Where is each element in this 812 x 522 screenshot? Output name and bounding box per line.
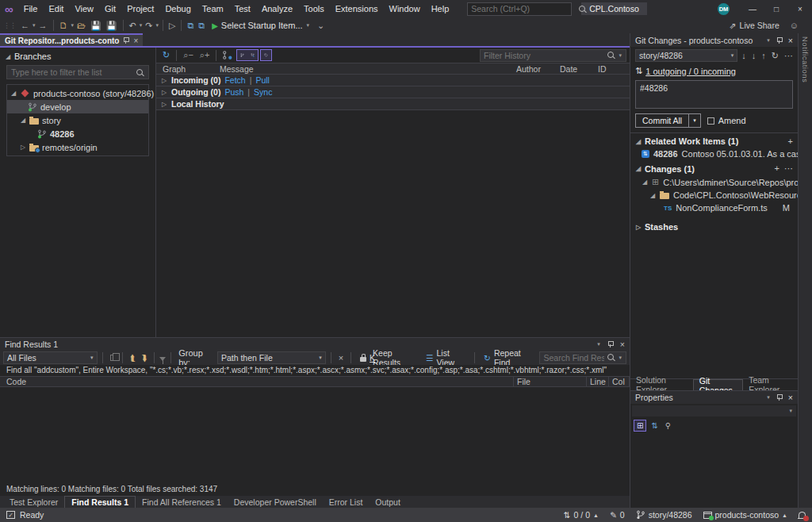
- window-position-dropdown-icon[interactable]: ▾: [596, 341, 601, 347]
- changes-more-actions-icon[interactable]: ⋯: [784, 163, 793, 174]
- column-message[interactable]: Message: [220, 64, 516, 74]
- expander-icon[interactable]: ◢: [642, 178, 648, 186]
- changes-repo-row[interactable]: ◢ ⊞ C:\Users\dminer\Source\Repos\produc.…: [630, 175, 798, 189]
- collapse-all-icon[interactable]: ⮬: [128, 350, 138, 366]
- categorized-view-icon[interactable]: ⊞: [634, 420, 646, 432]
- start-debugging-button[interactable]: ▶ Select Startup Item... ▾: [207, 21, 315, 30]
- tree-item-48286[interactable]: 48286: [7, 127, 148, 140]
- properties-object-combo[interactable]: ▾: [632, 405, 796, 416]
- status-notifications-bell[interactable]: [799, 512, 806, 518]
- zoom-in-icon[interactable]: ⌕+: [197, 50, 213, 60]
- open-file-icon[interactable]: 🗁: [75, 17, 88, 33]
- find-results-list[interactable]: [0, 387, 630, 485]
- tree-item-remotes-origin[interactable]: ▷ remotes/origin: [7, 140, 148, 154]
- menu-file[interactable]: File: [18, 2, 44, 15]
- outgoing-incoming-link[interactable]: 1 outgoing / 0 incoming: [645, 67, 736, 76]
- menu-git[interactable]: Git: [99, 2, 121, 15]
- filter-history-box[interactable]: ▾: [480, 49, 626, 62]
- filter-history-dropdown[interactable]: ▾: [618, 52, 622, 59]
- column-code[interactable]: Code: [0, 377, 514, 386]
- commit-all-button[interactable]: Commit All: [636, 114, 688, 127]
- zoom-out-icon[interactable]: ⌕−: [180, 50, 197, 60]
- filter-icon[interactable]: [159, 357, 166, 361]
- status-current-repo[interactable]: products-contoso ▲: [703, 510, 787, 520]
- sync-icon[interactable]: ↻: [770, 51, 780, 61]
- copy-icon[interactable]: [110, 355, 116, 361]
- show-graph-icon[interactable]: [222, 50, 232, 60]
- alphabetical-sort-icon[interactable]: ⇅: [649, 420, 660, 431]
- expander-icon[interactable]: ◢: [635, 165, 642, 172]
- branch-filter-box[interactable]: [6, 65, 149, 79]
- related-work-items-header[interactable]: ◢ Related Work Items (1) +: [630, 133, 798, 148]
- user-avatar[interactable]: DM: [718, 3, 730, 15]
- changes-header[interactable]: ◢ Changes (1) + ⋯: [630, 160, 798, 175]
- tab-output[interactable]: Output: [369, 496, 407, 508]
- menu-help[interactable]: Help: [426, 2, 455, 15]
- work-item-row[interactable]: ⇅ 48286 Contoso 05.01.03.01. As a case w…: [630, 148, 798, 160]
- column-id[interactable]: ID: [598, 64, 630, 74]
- group-by-combo[interactable]: Path then File ▾: [217, 351, 326, 364]
- window-position-dropdown-icon[interactable]: ▾: [766, 37, 771, 44]
- tab-team-explorer[interactable]: Team Explorer: [743, 379, 798, 391]
- tab-developer-powershell[interactable]: Developer PowerShell: [228, 496, 323, 508]
- undo-icon[interactable]: ↶: [127, 17, 139, 33]
- column-author[interactable]: Author: [516, 64, 560, 74]
- column-date[interactable]: Date: [560, 64, 598, 74]
- branches-expander-icon[interactable]: ◢: [5, 53, 11, 60]
- outgoing-group-row[interactable]: ▷ Outgoing (0) Push | Sync: [156, 86, 630, 98]
- commit-message-input[interactable]: #48286: [640, 83, 788, 106]
- new-project-icon[interactable]: 🗋: [57, 17, 71, 33]
- amend-checkbox[interactable]: [707, 117, 714, 125]
- pull-link[interactable]: Pull: [255, 75, 270, 85]
- menu-analyze[interactable]: Analyze: [256, 2, 298, 15]
- expander-icon[interactable]: ▷: [161, 89, 167, 96]
- tab-error-list[interactable]: Error List: [323, 496, 370, 508]
- status-sync-counts[interactable]: ⇅ 0 / 0 ▲: [564, 510, 599, 520]
- current-branch-combo[interactable]: story/48286 ▾: [635, 49, 737, 62]
- tab-close-icon[interactable]: ×: [133, 36, 138, 45]
- column-graph[interactable]: Graph: [156, 64, 220, 74]
- filter-history-input[interactable]: [484, 51, 604, 60]
- pin-icon[interactable]: [776, 36, 783, 44]
- column-col[interactable]: Col: [609, 377, 630, 386]
- status-current-branch[interactable]: story/48286: [636, 510, 692, 520]
- show-tags-toggle[interactable]: [260, 49, 272, 61]
- redo-dropdown[interactable]: ▾: [155, 22, 159, 29]
- property-pages-icon[interactable]: ⚲: [663, 420, 673, 431]
- menu-window[interactable]: Window: [384, 2, 426, 15]
- tab-notifications[interactable]: Notifications: [801, 36, 810, 508]
- tab-git-repository[interactable]: Git Repositor...products-conto ×: [0, 33, 143, 46]
- keep-results-button[interactable]: K Keep Results: [356, 348, 420, 367]
- branches-header[interactable]: ◢ Branches: [0, 50, 155, 63]
- navigate-forward-icon[interactable]: →: [36, 17, 50, 33]
- expander-icon[interactable]: ▷: [635, 224, 642, 231]
- close-icon[interactable]: ×: [788, 36, 793, 45]
- expander-icon[interactable]: ◢: [635, 138, 642, 145]
- tab-find-all-references-1[interactable]: Find All References 1: [136, 496, 228, 508]
- menu-debug[interactable]: Debug: [159, 2, 196, 15]
- expander-icon[interactable]: ▷: [20, 144, 26, 151]
- minimize-button[interactable]: —: [741, 0, 764, 17]
- scope-combo[interactable]: All Files ▾: [3, 351, 98, 364]
- add-work-item-icon[interactable]: +: [788, 136, 793, 146]
- pull-icon[interactable]: ↓: [750, 51, 758, 60]
- fetch-icon[interactable]: ↓: [740, 51, 748, 60]
- pin-icon[interactable]: [776, 393, 783, 401]
- push-icon[interactable]: ↑: [760, 51, 768, 60]
- start-without-debugging-icon[interactable]: ▷: [167, 17, 178, 33]
- search-find-results-box[interactable]: ▾: [539, 351, 626, 364]
- menu-view[interactable]: View: [69, 2, 99, 15]
- menu-project[interactable]: Project: [121, 2, 159, 15]
- tree-item-story-folder[interactable]: ◢ story: [7, 113, 148, 127]
- properties-grid[interactable]: [630, 433, 798, 508]
- show-current-branch-icon[interactable]: [237, 50, 247, 60]
- menu-test[interactable]: Test: [229, 2, 256, 15]
- properties-title-bar[interactable]: Properties ▾ ×: [630, 391, 798, 404]
- show-all-branches-icon[interactable]: [247, 50, 258, 60]
- tab-test-explorer[interactable]: Test Explorer: [3, 496, 64, 508]
- clear-results-icon[interactable]: ×: [336, 350, 346, 366]
- menu-edit[interactable]: Edit: [43, 2, 69, 15]
- commit-message-box[interactable]: #48286: [635, 80, 793, 109]
- close-button[interactable]: ×: [788, 0, 812, 17]
- expander-icon[interactable]: ◢: [10, 90, 17, 97]
